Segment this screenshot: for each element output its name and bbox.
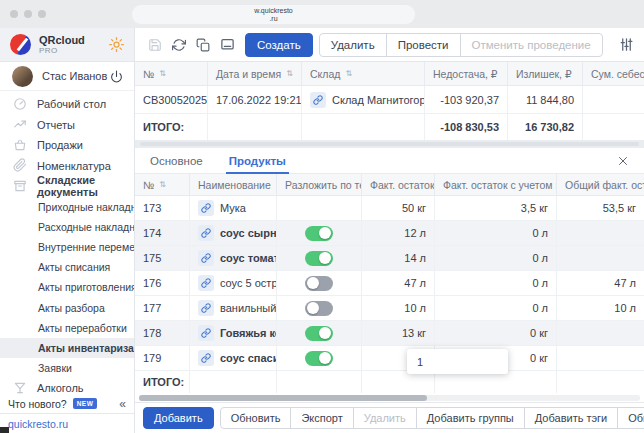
delete-button[interactable]: Удалить [319,33,387,57]
decompose-toggle[interactable] [305,301,333,316]
horizontal-scrollbar[interactable] [135,393,644,402]
cell-total-fact [557,246,644,270]
product-row[interactable]: 177 ванильный с... 10 л 0 л 10 л [135,296,644,321]
product-row[interactable]: 179 соус спаси 0 кг [135,346,644,371]
link-icon[interactable] [198,250,214,266]
collapse-sidebar-icon[interactable]: « [119,397,126,411]
column-header-num[interactable]: №⇅ [135,62,208,85]
copy-icon[interactable] [191,33,215,57]
decompose-toggle[interactable] [305,251,333,266]
tab-products[interactable]: Продукты [229,148,286,173]
column-header-sum-cost[interactable]: Сум. себест [583,62,644,85]
link-icon[interactable] [198,200,214,216]
window-dot-icon[interactable] [10,10,18,18]
link-icon[interactable] [198,350,214,366]
delete-rows-button[interactable]: Удалить [353,407,417,429]
column-header-decompose[interactable]: Разложить по техк... [277,174,362,195]
link-icon[interactable] [198,325,214,341]
site-link[interactable]: quickresto.ru [0,413,134,433]
column-header-name[interactable]: Наименование⇅ [190,174,277,195]
column-header-num[interactable]: №⇅ [135,174,190,195]
window-controls[interactable] [0,10,46,18]
cell-fact[interactable]: 13 кг [362,321,435,345]
cell-fact[interactable]: 12 л [362,221,435,245]
panel-gap [135,140,644,148]
link-icon[interactable] [198,225,214,241]
scrollbar-thumb[interactable] [139,395,427,401]
top-toolbar: Создать Удалить Провести Отменить провед… [135,28,644,62]
sidebar-subitem-inventory-acts[interactable]: Акты инвентаризации [0,338,134,358]
logout-power-icon[interactable] [110,70,123,83]
refresh-button[interactable]: Обновить [220,407,292,429]
window-dot-icon[interactable] [38,10,46,18]
horizontal-scrollbar[interactable] [140,142,639,146]
link-icon[interactable] [198,300,214,316]
filter-sliders-icon[interactable] [615,33,639,57]
column-header-warehouse[interactable]: Склад⇅ [302,62,425,85]
sort-icon[interactable]: ⇅ [345,69,352,78]
sort-icon[interactable]: ⇅ [159,69,166,78]
product-row[interactable]: 174 соус сырный 12 л 0 л [135,221,644,246]
sidebar-subitem-internal-transfers[interactable]: Внутренние перемещения [0,237,134,257]
add-button[interactable]: Добавить [143,407,214,429]
column-header-fact[interactable]: Факт. остаток...⇅ [362,174,435,195]
sort-icon[interactable]: ⇅ [286,69,293,78]
address-bar[interactable]: w.quickresto .ru [132,5,415,24]
decompose-toggle[interactable] [305,351,333,366]
export-button[interactable]: Экспорт [290,407,353,429]
monitor-icon[interactable] [215,33,239,57]
sidebar-subitem-disassembly-acts[interactable]: Акты разбора [0,297,134,317]
sort-icon[interactable]: ⇅ [159,180,166,189]
cell-editor-input[interactable]: 1 [407,349,508,374]
column-header-shortage[interactable]: Недостача, ₽ [425,62,508,85]
sidebar-subitem-outgoing-invoices[interactable]: Расходные накладные [0,217,134,237]
product-row[interactable]: 173 Мука 50 кг 3,5 кг 53,5 кг [135,196,644,221]
sidebar-subitem-incoming-invoices[interactable]: Приходные накладные [0,197,134,217]
link-icon[interactable] [198,275,214,291]
cell-fact[interactable]: 50 кг [362,196,435,220]
document-row[interactable]: СВ30052025 17.06.2022 19:21 Склад Магнит… [135,86,644,114]
sidebar-subitem-cooking-acts[interactable]: Акты приготовления [0,277,134,297]
decompose-toggle[interactable] [305,226,333,241]
column-header-surplus[interactable]: Излишек, ₽ [508,62,583,85]
add-groups-button[interactable]: Добавить группы [416,407,525,429]
cell-editor-value: 1 [417,356,423,368]
sidebar-subitem-requests[interactable]: Заявки [0,358,134,378]
cell-fact[interactable]: 47 л [362,271,435,295]
column-header-fact-pf[interactable]: Факт. остаток с учетом п/ф...⇅ [435,174,557,195]
reset-stock-button[interactable]: Обнулить остатки [617,407,644,429]
conduct-button[interactable]: Провести [386,33,461,57]
product-row[interactable]: 178 Говяжья кот... 13 кг 0 кг [135,321,644,346]
decompose-toggle[interactable] [305,276,333,291]
save-icon[interactable] [143,33,167,57]
tab-main[interactable]: Основное [150,148,203,173]
user-row[interactable]: Стас Иванов [0,62,134,91]
cell-fact[interactable]: 10 л [362,296,435,320]
window-dot-icon[interactable] [24,10,32,18]
whats-new-link[interactable]: Что нового? NEW « [0,394,134,413]
sidebar-subitem-writeoff-acts[interactable]: Акты списания [0,257,134,277]
column-header-total-fact[interactable]: Общий факт. остаток... [557,174,644,195]
create-button[interactable]: Создать [245,33,313,57]
cell-fact[interactable]: 14 л [362,246,435,270]
sidebar-item-nomenclature[interactable]: Номенклатура [0,156,134,177]
cell-fact-pf: 0 л [435,296,557,320]
close-icon[interactable] [617,155,629,167]
product-row[interactable]: 175 соус томатн... 14 л 0 л [135,246,644,271]
decompose-toggle[interactable] [305,326,333,341]
sidebar-item-dashboard[interactable]: Рабочий стол [0,94,134,115]
sidebar-item-sales[interactable]: Продажи [0,135,134,156]
cell-fact-pf: 0 кг [435,321,557,345]
cancel-conduct-button[interactable]: Отменить проведение [460,33,603,57]
column-header-datetime[interactable]: Дата и время⇅ [208,62,302,85]
cell-doc-datetime: 17.06.2022 19:21 [208,86,302,113]
link-icon[interactable] [310,92,326,108]
cell-doc-surplus: 11 844,80 [508,86,583,113]
add-tags-button[interactable]: Добавить тэги [524,407,618,429]
sidebar-item-warehouse-docs[interactable]: Складские документы [0,176,134,197]
sidebar-subitem-processing-acts[interactable]: Акты переработки [0,318,134,338]
refresh-icon[interactable] [167,33,191,57]
theme-sun-icon[interactable] [109,37,124,52]
sidebar-item-reports[interactable]: Отчеты [0,115,134,136]
product-row[interactable]: 176 соус 5 остров 47 л 0 л 47 л [135,271,644,296]
